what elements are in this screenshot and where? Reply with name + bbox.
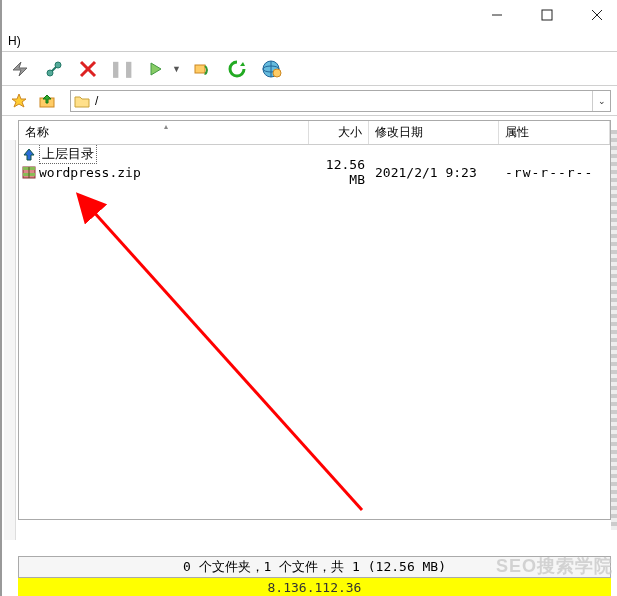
favorite-icon[interactable] [8, 90, 30, 112]
nav-up-icon[interactable] [36, 90, 58, 112]
maximize-button[interactable] [533, 4, 561, 26]
path-text: / [95, 94, 98, 108]
sort-indicator-icon: ▴ [164, 122, 168, 131]
folder-icon [73, 92, 91, 110]
pathbar: / ⌄ [2, 86, 617, 116]
close-button[interactable] [583, 4, 611, 26]
column-header: 名称▴ 大小 修改日期 属性 [19, 121, 610, 145]
left-gutter [4, 140, 16, 540]
menu-item-h[interactable]: H) [4, 32, 25, 50]
right-edge [611, 130, 617, 530]
file-name: wordpress.zip [39, 165, 141, 180]
path-combobox[interactable]: / ⌄ [70, 90, 611, 112]
quick-connect-icon[interactable] [8, 57, 32, 81]
ip-address: 8.136.112.36 [268, 580, 362, 595]
status-summary: 0 个文件夹，1 个文件，共 1 (12.56 MB) [183, 558, 446, 576]
up-arrow-icon [21, 146, 37, 162]
col-size[interactable]: 大小 [309, 121, 369, 144]
status-bar: 0 个文件夹，1 个文件，共 1 (12.56 MB) [18, 556, 611, 578]
svg-point-13 [273, 69, 281, 77]
file-date: 2021/2/1 9:23 [369, 165, 499, 180]
refresh-icon[interactable] [225, 57, 249, 81]
svg-line-6 [52, 67, 56, 71]
col-name[interactable]: 名称▴ [19, 121, 309, 144]
play-icon[interactable] [144, 57, 168, 81]
ip-bar: 8.136.112.36 [18, 578, 611, 596]
file-list[interactable]: 上层目录 wordpress.zip 12.56 MB 2021/2/1 9:2… [19, 145, 610, 519]
file-size: 12.56 MB [309, 157, 369, 187]
menubar: H) [2, 30, 617, 52]
svg-rect-1 [542, 10, 552, 20]
titlebar [2, 0, 617, 30]
minimize-button[interactable] [483, 4, 511, 26]
globe-icon[interactable] [259, 57, 283, 81]
parent-dir-label: 上层目录 [39, 145, 97, 164]
file-attr: -rw-r--r-- [499, 165, 610, 180]
file-panel: 名称▴ 大小 修改日期 属性 上层目录 wordpress.zip 12.56 … [18, 120, 611, 520]
connect-icon[interactable] [42, 57, 66, 81]
sync-icon[interactable] [191, 57, 215, 81]
archive-icon [21, 164, 37, 180]
chevron-down-icon[interactable]: ⌄ [592, 91, 610, 111]
play-dropdown-icon[interactable]: ▼ [172, 64, 181, 74]
toolbar: ❚❚ ▼ [2, 52, 617, 86]
cancel-icon[interactable] [76, 57, 100, 81]
col-date[interactable]: 修改日期 [369, 121, 499, 144]
col-attr[interactable]: 属性 [499, 121, 610, 144]
pause-icon[interactable]: ❚❚ [110, 57, 134, 81]
svg-rect-9 [195, 65, 205, 73]
file-row[interactable]: wordpress.zip 12.56 MB 2021/2/1 9:23 -rw… [19, 163, 610, 181]
